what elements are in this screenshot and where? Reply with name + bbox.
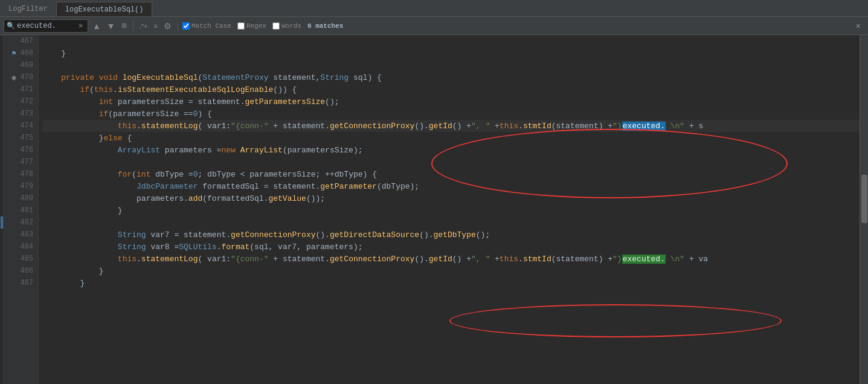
line-num-473: 473	[4, 108, 38, 120]
code-line-487: }	[42, 277, 860, 289]
line-num-467: 467	[4, 35, 38, 47]
code-line-482	[42, 216, 860, 229]
tab-bar: LogFilter logExecutableSql()	[0, 0, 868, 17]
code-area: 467 ⚑468 469 ◉470 471 472 473 474 475 47…	[0, 35, 868, 384]
match-case-option[interactable]: Match Case	[182, 22, 231, 30]
tab-logfilter[interactable]: LogFilter	[0, 2, 57, 16]
code-line-485: this . statementLog ( var1: "{conn-" + s…	[42, 253, 860, 265]
regex-label: Regex	[246, 22, 266, 30]
code-line-486: }	[42, 265, 860, 277]
find-in-path-button[interactable]: ⊞	[120, 21, 129, 31]
line-num-484: 484	[4, 241, 38, 253]
code-line-476: ArrayList parameters = new ArrayList (pa…	[42, 144, 860, 156]
prev-match-button[interactable]: ▲	[91, 20, 103, 32]
next-match-button[interactable]: ▼	[105, 20, 117, 32]
regex-checkbox[interactable]	[237, 22, 245, 30]
code-line-469	[42, 59, 860, 71]
code-line-471: if ( this . isStatementExecutableSqlLogE…	[42, 83, 860, 96]
code-line-481: }	[42, 204, 860, 216]
line-num-469: 469	[4, 59, 38, 71]
separator-1	[133, 21, 133, 31]
match-highlight-474: executed.	[622, 122, 666, 131]
match-case-checkbox[interactable]	[182, 22, 190, 30]
line-num-478: 478	[4, 168, 38, 180]
search-bar: 🔍 ✕ ▲ ▼ ⊞ .*+ ≡ ⚙ Match Case Regex Words…	[0, 17, 868, 35]
words-option[interactable]: Words	[272, 22, 301, 30]
annotation-ellipse-bottom	[449, 304, 782, 337]
line-num-487: 487	[4, 277, 38, 289]
line-num-486: 486	[4, 265, 38, 277]
code-line-468: }	[42, 47, 860, 59]
code-line-479: JdbcParameter formattedSql = statement. …	[42, 180, 860, 192]
match-highlight-485: executed.	[622, 255, 666, 264]
line-num-476: 476	[4, 144, 38, 156]
right-scrollbar[interactable]	[860, 35, 868, 384]
add-regex-button[interactable]: .*+	[138, 21, 150, 31]
words-checkbox[interactable]	[272, 22, 280, 30]
line-num-475: 475	[4, 132, 38, 144]
line-num-483: 483	[4, 229, 38, 241]
line-num-482: 482	[4, 216, 38, 229]
line-num-481: 481	[4, 204, 38, 216]
scroll-thumb[interactable]	[861, 175, 867, 223]
line-num-470: ◉470	[4, 71, 38, 83]
code-line-467	[42, 35, 860, 47]
match-count: 6 matches	[307, 22, 343, 30]
match-case-label: Match Case	[191, 22, 231, 30]
line-num-480: 480	[4, 192, 38, 204]
search-input-wrap: 🔍 ✕	[4, 19, 88, 33]
line-num-485: 485	[4, 253, 38, 265]
code-line-470: private void logExecutableSql ( Statemen…	[42, 71, 860, 83]
shield-icon-470: ◉	[11, 74, 19, 81]
line-gutter: 467 ⚑468 469 ◉470 471 472 473 474 475 47…	[4, 35, 39, 384]
tab-logexecutablesql[interactable]: logExecutableSql()	[57, 2, 153, 16]
words-label: Words	[281, 22, 301, 30]
line-num-474: 474	[4, 120, 38, 132]
code-line-478: for ( int dbType = 0 ; dbType < paramete…	[42, 168, 860, 180]
line-num-479: 479	[4, 180, 38, 192]
line-num-477: 477	[4, 156, 38, 168]
line-num-472: 472	[4, 96, 38, 108]
code-content[interactable]: } private void logExecutableSql ( Statem…	[39, 35, 860, 384]
close-search-button[interactable]: ✕	[852, 19, 864, 32]
separator-2	[178, 21, 178, 31]
line-num-468: ⚑468	[4, 47, 38, 59]
code-line-473: if (parametersSize == 0 ) {	[42, 108, 860, 120]
search-input[interactable]	[17, 22, 77, 30]
code-line-475: } else {	[42, 132, 860, 144]
options-button[interactable]: ⚙	[162, 20, 173, 32]
indicator-mark	[1, 216, 3, 229]
bookmark-icon-468: ⚑	[11, 50, 19, 57]
clear-search-button[interactable]: ✕	[77, 21, 84, 30]
code-line-480: parameters. add (formattedSql. getValue …	[42, 192, 860, 204]
match-case-lines-button[interactable]: ≡	[152, 21, 159, 31]
editor-container: LogFilter logExecutableSql() 🔍 ✕ ▲ ▼ ⊞ .…	[0, 0, 868, 384]
code-line-477	[42, 156, 860, 168]
line-num-471: 471	[4, 83, 38, 96]
code-line-472: int parametersSize = statement. getParam…	[42, 96, 860, 108]
regex-option[interactable]: Regex	[237, 22, 266, 30]
code-line-484: String var8 = SQLUtils . format (sql, va…	[42, 241, 860, 253]
search-icon: 🔍	[7, 22, 15, 30]
code-line-483: String var7 = statement. getConnectionPr…	[42, 229, 860, 241]
code-line-474: this . statementLog ( var1: "{conn-" + s…	[42, 120, 860, 132]
